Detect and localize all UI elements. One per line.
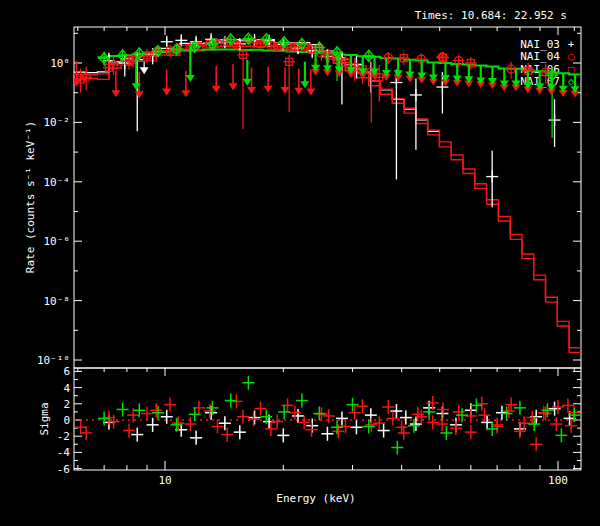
plot-frame [74, 27, 581, 470]
sigma-points-nai07 [98, 376, 580, 455]
spectral-fit-window: Times: 10.684: 22.952 s NAI_03 + NAI_04 … [0, 0, 600, 526]
spectrum-plot-canvas [0, 0, 600, 526]
upper-limit-arrows-white [140, 62, 149, 74]
time-interval-title: Times: 10.684: 22.952 s [415, 9, 567, 22]
